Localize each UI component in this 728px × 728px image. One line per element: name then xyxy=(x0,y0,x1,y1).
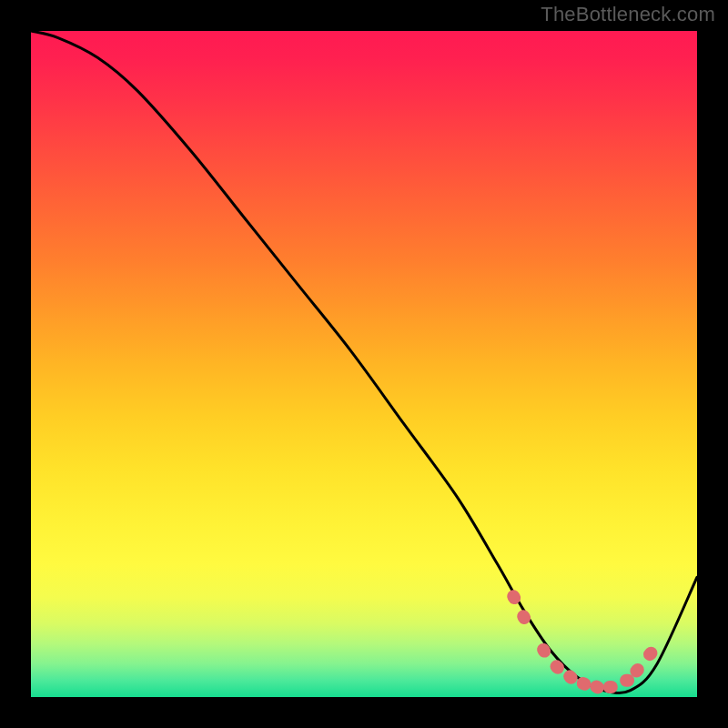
chart-frame: TheBottleneck.com xyxy=(0,0,728,728)
watermark-label: TheBottleneck.com xyxy=(541,3,715,26)
plot-area xyxy=(31,31,697,697)
curve-marker xyxy=(620,674,634,687)
curve-marker xyxy=(603,681,618,693)
chart-svg xyxy=(31,31,697,697)
gradient-background xyxy=(31,31,697,697)
